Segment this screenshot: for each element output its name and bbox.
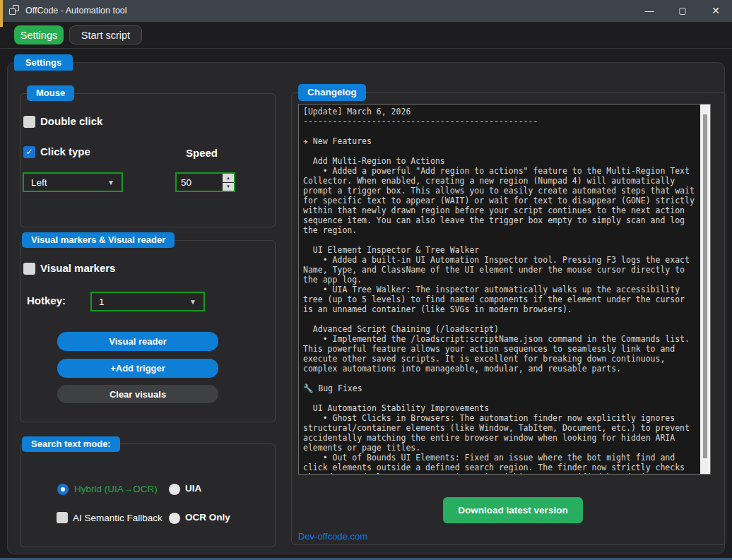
title-bar: OffCode - Automation tool — ▢ ✕ [0, 0, 732, 22]
window-title: OffCode - Automation tool [25, 6, 127, 16]
visual-markers-label: Visual markers [40, 262, 115, 274]
add-trigger-button[interactable]: +Add trigger [57, 359, 218, 378]
scrollbar-thumb[interactable] [703, 114, 707, 458]
double-click-checkbox[interactable] [23, 116, 35, 128]
hybrid-radio[interactable] [57, 484, 69, 495]
changelog-section-header: Changelog [298, 84, 366, 101]
hotkey-value: 1 [99, 297, 105, 307]
uia-label: UIA [185, 483, 201, 494]
speed-label: Speed [186, 147, 218, 159]
tab-start-script[interactable]: Start script [69, 25, 142, 44]
hybrid-label: Hybrid (UIA→OCR) [74, 484, 158, 494]
hotkey-dropdown[interactable]: 1 ▼ [90, 292, 205, 311]
changelog-scrollbar[interactable] [700, 105, 710, 474]
click-type-value: Left [31, 177, 47, 188]
tab-separator [0, 48, 732, 49]
maximize-icon[interactable]: ▢ [668, 0, 697, 22]
click-type-dropdown[interactable]: Left ▼ [23, 172, 123, 192]
click-type-checkbox[interactable]: ✓ [23, 146, 35, 158]
uia-radio[interactable] [169, 484, 180, 495]
visual-reader-button[interactable]: Visual reader [57, 332, 218, 351]
ocr-only-radio[interactable] [169, 513, 180, 524]
app-icon [9, 5, 20, 16]
mouse-section-header: Mouse [27, 85, 74, 101]
ocr-only-label: OCR Only [185, 512, 230, 523]
search-mode-section-header: Search text mode: [22, 436, 120, 452]
hotkey-label: Hotkey: [27, 294, 66, 306]
double-click-label: Double click [40, 115, 102, 127]
changelog-text: [Update] March 6, 2026 -----------------… [299, 105, 710, 475]
speed-value: 50 [177, 177, 223, 188]
search-mode-section [20, 443, 276, 547]
spin-down-icon[interactable]: ▼ [223, 183, 234, 191]
page-tab-settings[interactable]: Settings [14, 54, 73, 71]
chevron-down-icon: ▼ [189, 298, 196, 306]
ai-fallback-checkbox[interactable] [57, 512, 68, 523]
changelog-textbox[interactable]: [Update] March 6, 2026 -----------------… [298, 104, 711, 475]
ai-fallback-label: AI Semantic Fallback [73, 513, 163, 523]
website-link[interactable]: Dev-offcode.com [298, 531, 367, 542]
visual-section-header: Visual markers & Visual reader [22, 232, 175, 248]
visual-markers-checkbox[interactable] [23, 263, 35, 275]
chevron-down-icon: ▼ [107, 179, 114, 186]
tab-settings[interactable]: Settings [14, 25, 64, 44]
app-window: OffCode - Automation tool — ▢ ✕ Settings… [0, 0, 732, 560]
close-icon[interactable]: ✕ [702, 0, 730, 22]
click-type-label: Click type [40, 145, 90, 157]
spin-up-icon[interactable]: ▲ [223, 174, 234, 182]
minimize-icon[interactable]: — [635, 0, 663, 22]
window-edge-accent [0, 0, 3, 27]
download-latest-button[interactable]: Download latest version [443, 497, 583, 523]
mouse-section [20, 93, 276, 227]
speed-stepper[interactable]: 50 ▲ ▼ [175, 172, 235, 192]
clear-visuals-button[interactable]: Clear visuals [57, 385, 218, 403]
